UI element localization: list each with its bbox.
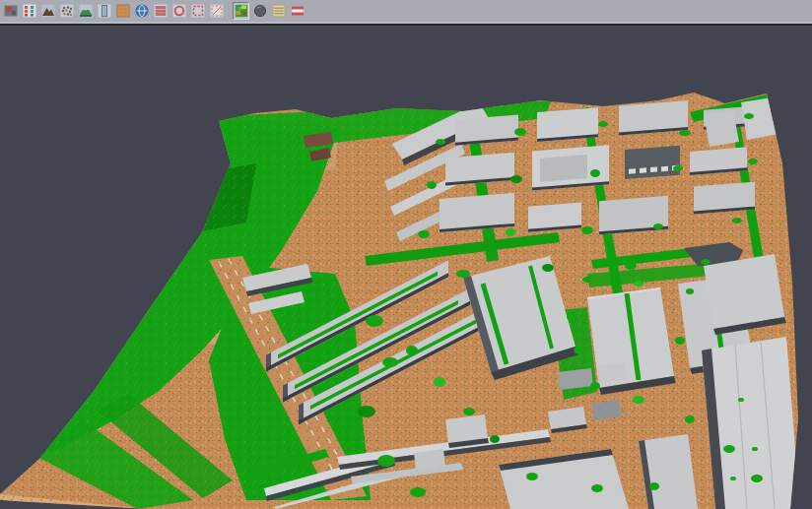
point-cloud-icon[interactable] [58, 2, 75, 20]
globe-icon[interactable] [133, 2, 150, 20]
layer-stack-icon[interactable] [152, 2, 169, 20]
barrier-stripes-icon[interactable] [289, 2, 305, 20]
ortho-photo-icon[interactable] [114, 2, 131, 20]
viewport-canvas[interactable] [0, 26, 812, 509]
terrain-model-icon[interactable] [77, 2, 94, 20]
toolbar-separator [226, 2, 232, 20]
clip-region-icon[interactable] [208, 2, 225, 20]
tin-mountain-icon[interactable] [39, 2, 56, 20]
color-classification-icon[interactable] [233, 2, 249, 20]
cross-section-icon[interactable] [96, 2, 112, 20]
point-cloud-scene [0, 26, 812, 509]
toolbar [0, 0, 812, 22]
application-window [0, 0, 812, 509]
circle-select-icon[interactable] [170, 2, 187, 20]
sphere-view-icon[interactable] [251, 2, 268, 20]
elevation-legend-icon[interactable] [270, 2, 287, 20]
import-icon[interactable] [2, 2, 19, 20]
classification-legend-icon[interactable] [21, 2, 37, 20]
rectangle-select-icon[interactable] [189, 2, 206, 20]
